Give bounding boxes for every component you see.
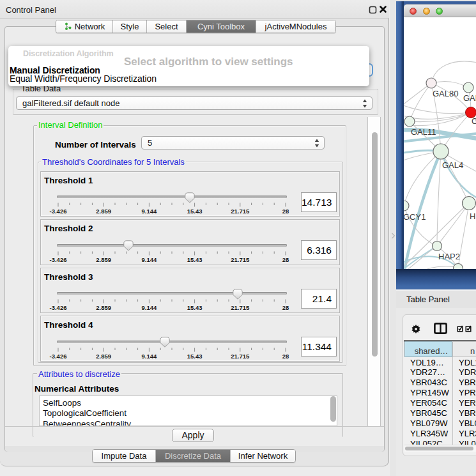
svg-text:HIS: HIS [470, 211, 476, 221]
svg-text:GAL2: GAL2 [463, 93, 476, 103]
svg-text:GAL11: GAL11 [411, 127, 436, 137]
svg-text:GCY1: GCY1 [404, 212, 426, 222]
svg-text:CYC: CYC [472, 116, 476, 126]
svg-text:GAL4: GAL4 [442, 160, 463, 170]
svg-text:HAP2: HAP2 [438, 252, 460, 261]
svg-text:GAL80: GAL80 [433, 89, 458, 98]
